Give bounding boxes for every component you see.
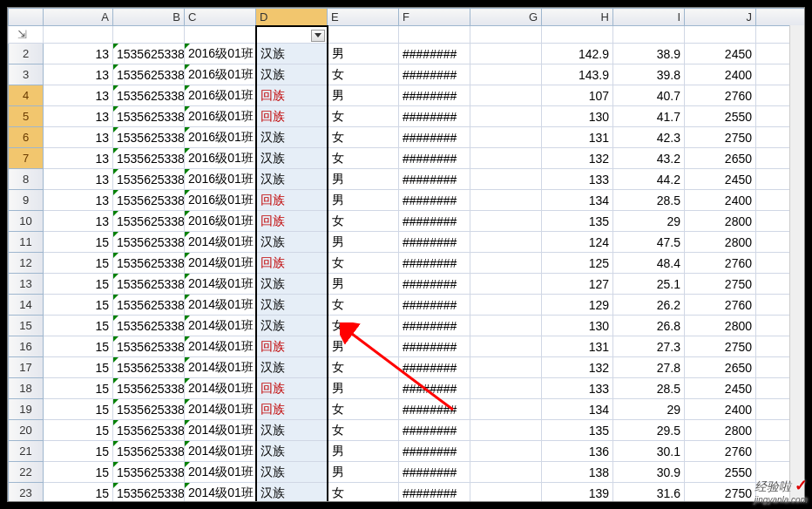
cell-H[interactable]: 133: [542, 378, 613, 399]
filter-cell-J[interactable]: [685, 26, 756, 44]
cell-D[interactable]: 汉族: [256, 44, 328, 64]
table-row[interactable]: 201515356253382014级01班汉族女########13529.5…: [9, 420, 806, 441]
cell-A[interactable]: 15: [44, 253, 113, 274]
cell-B[interactable]: 1535625338: [113, 378, 185, 399]
cell-A[interactable]: 15: [44, 357, 113, 378]
cell-F[interactable]: ########: [399, 399, 470, 420]
cell-E[interactable]: 女: [328, 148, 399, 169]
cell-F[interactable]: ########: [399, 169, 470, 190]
cell-E[interactable]: 男: [328, 378, 399, 399]
row-header[interactable]: 20: [9, 420, 44, 441]
cell-A[interactable]: 13: [44, 190, 113, 211]
cell-G[interactable]: [470, 295, 542, 316]
cell-F[interactable]: ########: [399, 148, 470, 169]
cell-G[interactable]: [470, 148, 542, 169]
cell-B[interactable]: 1535625338: [113, 336, 185, 357]
table-row[interactable]: 151515356253382014级01班汉族女########13026.8…: [9, 316, 806, 336]
cell-B[interactable]: 1535625338: [113, 483, 185, 503]
cell-E[interactable]: 女: [328, 295, 399, 316]
cell-B[interactable]: 1535625338: [113, 357, 185, 378]
cell-B[interactable]: 1535625338: [113, 441, 185, 462]
cell-C[interactable]: 2014级01班: [185, 399, 256, 420]
cell-J[interactable]: 2760: [685, 85, 756, 106]
cell-C[interactable]: 2014级01班: [185, 274, 256, 295]
cell-C[interactable]: 2016级01班: [185, 211, 256, 232]
cell-J[interactable]: 2550: [685, 106, 756, 127]
cell-C[interactable]: 2016级01班: [185, 64, 256, 85]
cell-G[interactable]: [470, 336, 542, 357]
cell-A[interactable]: 15: [44, 399, 113, 420]
grid[interactable]: ABCDEFGHIJK ⇲21315356253382016级01班汉族男###…: [8, 8, 805, 502]
table-row[interactable]: 161515356253382014级01班回族男########13127.3…: [9, 336, 806, 357]
cell-D[interactable]: 回族: [256, 211, 328, 232]
filter-cell-I[interactable]: [613, 26, 685, 44]
cell-I[interactable]: 29: [613, 211, 685, 232]
table-row[interactable]: 41315356253382016级01班回族男########10740.72…: [9, 85, 806, 106]
cell-H[interactable]: 135: [542, 420, 613, 441]
cell-E[interactable]: 女: [328, 253, 399, 274]
cell-G[interactable]: [470, 232, 542, 253]
cell-J[interactable]: 2400: [685, 64, 756, 85]
filter-cell-A[interactable]: [44, 26, 113, 44]
filter-cell-G[interactable]: [470, 26, 542, 44]
filter-dropdown-icon[interactable]: [311, 30, 325, 42]
cell-H[interactable]: 129: [542, 295, 613, 316]
cell-D[interactable]: 汉族: [256, 274, 328, 295]
cell-E[interactable]: 男: [328, 336, 399, 357]
row-header[interactable]: 2: [9, 44, 44, 64]
cell-C[interactable]: 2014级01班: [185, 336, 256, 357]
column-header-E[interactable]: E: [328, 9, 399, 26]
row-header[interactable]: 5: [9, 106, 44, 127]
cell-G[interactable]: [470, 274, 542, 295]
cell-C[interactable]: 2014级01班: [185, 357, 256, 378]
select-all-corner[interactable]: [9, 9, 44, 26]
cell-E[interactable]: 男: [328, 44, 399, 64]
cell-G[interactable]: [470, 127, 542, 148]
cell-I[interactable]: 28.5: [613, 378, 685, 399]
cell-F[interactable]: ########: [399, 441, 470, 462]
cell-C[interactable]: 2016级01班: [185, 190, 256, 211]
cell-B[interactable]: 1535625338: [113, 232, 185, 253]
cell-C[interactable]: 2014级01班: [185, 316, 256, 336]
cell-J[interactable]: 2800: [685, 316, 756, 336]
cell-C[interactable]: 2016级01班: [185, 148, 256, 169]
cell-B[interactable]: 1535625338: [113, 85, 185, 106]
cell-B[interactable]: 1535625338: [113, 148, 185, 169]
cell-G[interactable]: [470, 85, 542, 106]
cell-A[interactable]: 15: [44, 462, 113, 483]
cell-I[interactable]: 44.2: [613, 169, 685, 190]
cell-H[interactable]: 136: [542, 441, 613, 462]
cell-I[interactable]: 48.4: [613, 253, 685, 274]
cell-D[interactable]: 汉族: [256, 148, 328, 169]
row-header[interactable]: 16: [9, 336, 44, 357]
cell-I[interactable]: 43.2: [613, 148, 685, 169]
cell-F[interactable]: ########: [399, 127, 470, 148]
cell-J[interactable]: 2760: [685, 441, 756, 462]
cell-D[interactable]: 汉族: [256, 441, 328, 462]
cell-J[interactable]: 2650: [685, 357, 756, 378]
cell-J[interactable]: 2760: [685, 295, 756, 316]
column-header-C[interactable]: C: [185, 9, 256, 26]
row-header[interactable]: 18: [9, 378, 44, 399]
cell-H[interactable]: 135: [542, 211, 613, 232]
column-header-K[interactable]: K: [756, 9, 806, 26]
cell-B[interactable]: 1535625338: [113, 420, 185, 441]
cell-G[interactable]: [470, 399, 542, 420]
cell-H[interactable]: 134: [542, 399, 613, 420]
cell-D[interactable]: 回族: [256, 399, 328, 420]
cell-H[interactable]: 132: [542, 148, 613, 169]
row-header[interactable]: 12: [9, 253, 44, 274]
cell-E[interactable]: 女: [328, 399, 399, 420]
cell-J[interactable]: 2400: [685, 399, 756, 420]
cell-A[interactable]: 15: [44, 232, 113, 253]
table-row[interactable]: 31315356253382016级01班汉族女########143.939.…: [9, 64, 806, 85]
cell-F[interactable]: ########: [399, 44, 470, 64]
cell-G[interactable]: [470, 253, 542, 274]
cell-G[interactable]: [470, 169, 542, 190]
table-row[interactable]: 131515356253382014级01班汉族男########12725.1…: [9, 274, 806, 295]
cell-A[interactable]: 13: [44, 106, 113, 127]
table-row[interactable]: 91315356253382016级01班回族男########13428.52…: [9, 190, 806, 211]
cell-B[interactable]: 1535625338: [113, 295, 185, 316]
cell-G[interactable]: [470, 64, 542, 85]
cell-D[interactable]: 汉族: [256, 357, 328, 378]
